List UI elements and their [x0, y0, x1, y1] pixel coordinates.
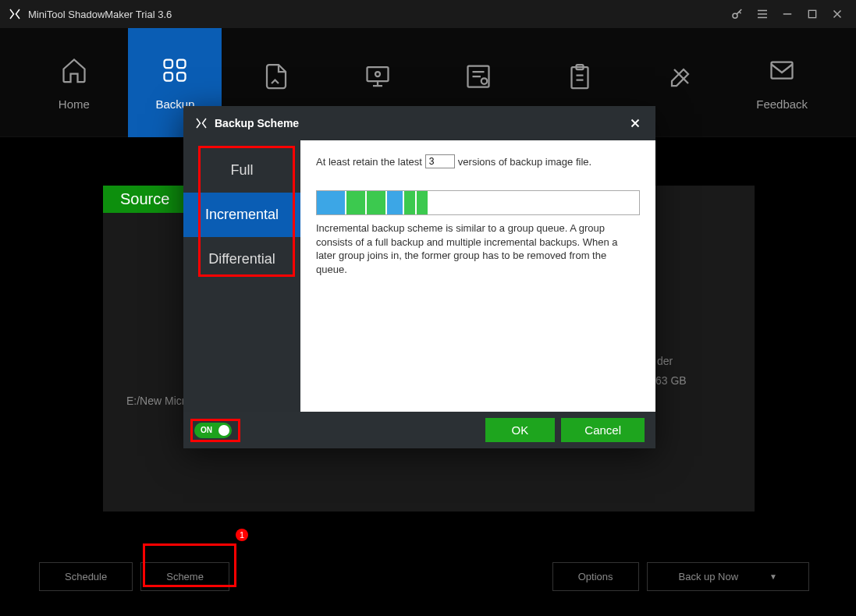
file-sync-icon	[261, 61, 292, 92]
scheme-tab-incremental[interactable]: Incremental	[183, 193, 300, 237]
nav-label: Home	[59, 97, 90, 111]
incremental-block	[404, 191, 415, 214]
app-title: MiniTool ShadowMaker Trial 3.6	[28, 9, 172, 20]
svg-rect-5	[177, 73, 186, 81]
dialog-title: Backup Scheme	[215, 117, 299, 129]
destination-label-fragment: der	[657, 355, 673, 367]
svg-rect-2	[165, 59, 173, 68]
nav-feedback[interactable]: Feedback	[735, 28, 829, 137]
nav-label: Feedback	[756, 97, 808, 111]
incremental-block	[367, 191, 385, 214]
title-bar: MiniTool ShadowMaker Trial 3.6	[0, 0, 856, 28]
maximize-icon[interactable]	[801, 3, 823, 25]
source-tab[interactable]: Source	[103, 186, 186, 213]
toggle-label: ON	[201, 426, 212, 434]
retain-setting: At least retain the latest versions of b…	[316, 154, 640, 168]
retain-suffix: versions of backup image file.	[458, 156, 591, 168]
dialog-close-button[interactable]	[626, 114, 645, 133]
scheme-visual	[316, 190, 640, 215]
backup-now-label: Back up Now	[679, 571, 739, 582]
incremental-block	[346, 191, 365, 214]
backup-now-button[interactable]: Back up Now ▼	[647, 562, 810, 591]
scheme-tab-full[interactable]: Full	[183, 148, 300, 193]
destination-size-fragment: 63 GB	[655, 374, 687, 387]
menu-icon[interactable]	[751, 3, 773, 25]
retain-prefix: At least retain the latest	[316, 156, 422, 168]
svg-rect-6	[367, 67, 388, 81]
scheme-content: At least retain the latest versions of b…	[300, 140, 655, 412]
highlight-badge-1: 1	[236, 529, 248, 541]
dialog-footer: ON OK Cancel	[183, 412, 655, 448]
svg-point-9	[481, 78, 488, 84]
dialog-header: Backup Scheme	[183, 106, 655, 140]
list-gear-icon	[463, 61, 494, 92]
toggle-knob	[218, 425, 229, 436]
schedule-button[interactable]: Schedule	[39, 562, 133, 591]
full-backup-block	[317, 191, 345, 214]
tools-icon	[666, 61, 697, 92]
close-icon[interactable]	[826, 3, 848, 25]
incremental-block	[417, 191, 428, 214]
svg-rect-12	[772, 62, 793, 78]
app-logo-icon	[8, 7, 22, 21]
scheme-logo-icon	[194, 116, 208, 130]
scheme-button[interactable]: Scheme	[140, 562, 229, 591]
svg-rect-1	[808, 10, 815, 17]
full-backup-block	[387, 191, 403, 214]
dialog-body: Full Incremental Differential At least r…	[183, 140, 655, 412]
dialog-ok-button[interactable]: OK	[485, 418, 556, 442]
dialog-cancel-button[interactable]: Cancel	[561, 418, 645, 442]
scheme-enable-toggle[interactable]: ON	[194, 423, 232, 438]
nav-home[interactable]: Home	[27, 28, 121, 137]
caret-down-icon: ▼	[769, 572, 777, 581]
envelope-icon	[766, 55, 797, 86]
clipboard-icon	[564, 61, 595, 92]
svg-rect-3	[177, 59, 186, 68]
retain-versions-input[interactable]	[425, 154, 455, 168]
minimize-icon[interactable]	[776, 3, 798, 25]
bottom-toolbar: Schedule Scheme Options Back up Now ▼	[0, 562, 856, 591]
svg-rect-4	[165, 73, 173, 81]
restore-icon	[362, 61, 393, 92]
options-button[interactable]: Options	[552, 562, 639, 591]
svg-point-7	[375, 72, 380, 76]
scheme-tabs: Full Incremental Differential	[183, 140, 300, 412]
grid-icon	[159, 55, 190, 86]
backup-scheme-dialog: Backup Scheme Full Incremental Different…	[183, 106, 655, 448]
scheme-description: Incremental backup scheme is similar to …	[316, 221, 640, 276]
key-icon[interactable]	[726, 3, 748, 25]
scheme-tab-differential[interactable]: Differential	[183, 237, 300, 281]
home-icon	[59, 55, 90, 86]
